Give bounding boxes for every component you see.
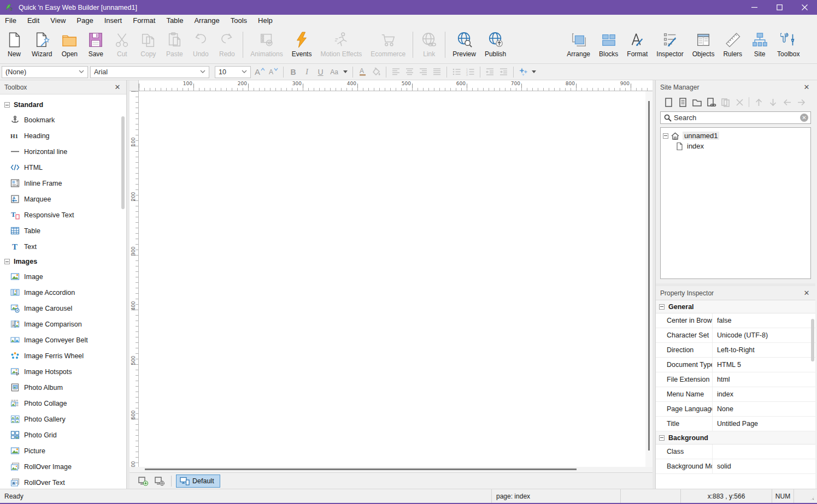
- new-html-page-button[interactable]: [675, 96, 690, 109]
- toolbox-item-html[interactable]: HTML: [0, 159, 126, 175]
- effects-dropdown-icon[interactable]: [532, 70, 536, 73]
- property-row[interactable]: File Extension html: [656, 372, 815, 387]
- toolbox-scrollbar[interactable]: [121, 116, 125, 209]
- toolbox-item-table[interactable]: Table: [0, 223, 126, 239]
- property-row[interactable]: Menu Name index: [656, 387, 815, 402]
- format-button[interactable]: Format: [622, 28, 652, 63]
- toolbox-section-standard[interactable]: Standard: [0, 98, 126, 112]
- events-button[interactable]: Events: [287, 28, 316, 63]
- property-row[interactable]: Direction Left-to-Right: [656, 343, 815, 358]
- toolbox-item-image-accordion[interactable]: Image Accordion: [0, 284, 126, 300]
- chevron-down-icon[interactable]: [343, 70, 348, 73]
- toolbox-item-marquee[interactable]: A Marquee: [0, 191, 126, 207]
- breakpoint-tab-default[interactable]: Default: [176, 475, 220, 488]
- menu-tools[interactable]: Tools: [225, 15, 252, 27]
- site-manager-close-icon[interactable]: ✕: [802, 83, 811, 91]
- maximize-button[interactable]: [767, 0, 792, 15]
- menu-edit[interactable]: Edit: [22, 15, 45, 27]
- toolbox-item-heading[interactable]: H1 Heading: [0, 128, 126, 144]
- new-folder-button[interactable]: [690, 96, 704, 109]
- toolbox-item-image[interactable]: Image: [0, 269, 126, 284]
- collapse-icon[interactable]: [4, 259, 10, 264]
- save-button[interactable]: Save: [83, 28, 109, 63]
- section-background[interactable]: Background: [656, 431, 815, 444]
- site-tree-root[interactable]: unnamed1: [663, 131, 808, 141]
- property-row[interactable]: Background Mode solid: [656, 459, 815, 474]
- rulers-button[interactable]: Rulers: [719, 28, 747, 63]
- property-row[interactable]: Class: [656, 444, 815, 459]
- menu-page[interactable]: Page: [71, 15, 98, 27]
- property-row[interactable]: Title Untitled Page: [656, 417, 815, 431]
- open-button[interactable]: Open: [56, 28, 83, 63]
- search-input[interactable]: [672, 114, 800, 122]
- clear-search-icon[interactable]: ✕: [800, 114, 808, 122]
- menu-table[interactable]: Table: [161, 15, 189, 27]
- toolbox-item-rollover-image[interactable]: RollOver Image: [0, 459, 126, 475]
- resize-grip[interactable]: [794, 489, 817, 503]
- toolbox-item-image-carousel[interactable]: Image Carousel: [0, 300, 126, 316]
- new-linked-page-button[interactable]: [704, 96, 718, 109]
- new-page-button[interactable]: [661, 96, 675, 109]
- toolbox-item-photo-album[interactable]: Photo Album: [0, 380, 126, 395]
- collapse-icon[interactable]: [659, 304, 665, 310]
- toolbox-item-photo-grid[interactable]: Photo Grid: [0, 427, 126, 443]
- toolbox-item-rollover-text[interactable]: A RollOver Text: [0, 475, 126, 489]
- arrange-button[interactable]: Arrange: [562, 28, 595, 63]
- font-family-select[interactable]: Arial: [90, 66, 209, 78]
- horizontal-scrollbar-thumb[interactable]: [145, 469, 577, 470]
- font-size-select[interactable]: 10: [215, 66, 251, 78]
- vertical-scrollbar-thumb[interactable]: [648, 101, 650, 450]
- menu-insert[interactable]: Insert: [99, 15, 128, 27]
- property-row[interactable]: Page Language None: [656, 402, 815, 417]
- property-inspector-close-icon[interactable]: ✕: [802, 289, 811, 297]
- design-page[interactable]: [139, 91, 645, 467]
- minimize-button[interactable]: [742, 0, 767, 15]
- site-root-label[interactable]: unnamed1: [683, 132, 719, 140]
- horizontal-scrollbar[interactable]: [130, 467, 653, 472]
- effects-button[interactable]: [516, 66, 530, 79]
- toolbox-item-picture[interactable]: Picture: [0, 443, 126, 459]
- publish-button[interactable]: Publish: [480, 28, 510, 63]
- style-select[interactable]: (None): [2, 66, 88, 78]
- toolbox-item-inline-frame[interactable]: Inline Frame: [0, 175, 126, 191]
- toolbox-item-bookmark[interactable]: Bookmark: [0, 112, 126, 128]
- close-button[interactable]: [792, 0, 817, 15]
- add-breakpoint-button[interactable]: [136, 475, 150, 487]
- collapse-icon[interactable]: [659, 435, 665, 441]
- wizard-button[interactable]: Wizard: [27, 28, 56, 63]
- property-row[interactable]: Center in Browser W false: [656, 313, 815, 328]
- toolbox-item-image-conveyer-belt[interactable]: Image Conveyer Belt: [0, 332, 126, 348]
- objects-button[interactable]: Objects: [688, 28, 719, 63]
- property-row[interactable]: Document Type HTML 5: [656, 358, 815, 372]
- site-tree-page-index[interactable]: index: [663, 141, 808, 151]
- collapse-icon[interactable]: [4, 102, 10, 108]
- menu-format[interactable]: Format: [127, 15, 161, 27]
- collapse-icon[interactable]: [663, 133, 668, 139]
- increase-font-button[interactable]: A: [253, 66, 267, 79]
- inspector-button[interactable]: Inspector: [652, 28, 687, 63]
- blocks-button[interactable]: Blocks: [595, 28, 622, 63]
- manage-breakpoints-button[interactable]: [152, 475, 167, 487]
- menu-arrange[interactable]: Arrange: [189, 15, 225, 27]
- toolbox-item-responsive-text[interactable]: T Responsive Text: [0, 207, 126, 223]
- site-button[interactable]: Site: [747, 28, 773, 63]
- toolbox-item-image-hotspots[interactable]: Image Hotspots: [0, 364, 126, 380]
- toolbox-close-icon[interactable]: ✕: [113, 83, 122, 91]
- preview-button[interactable]: Preview: [448, 28, 480, 63]
- property-row[interactable]: Character Set Unicode (UTF-8): [656, 328, 815, 343]
- toolbox-item-image-ferris-wheel[interactable]: Image Ferris Wheel: [0, 348, 126, 364]
- decrease-font-button[interactable]: A: [267, 66, 280, 79]
- vertical-scrollbar[interactable]: [645, 91, 653, 467]
- site-page-label[interactable]: index: [687, 142, 704, 150]
- section-general[interactable]: General: [656, 300, 815, 313]
- property-inspector-scrollbar[interactable]: [811, 319, 814, 361]
- menu-help[interactable]: Help: [252, 15, 278, 27]
- toolbox-button[interactable]: Toolbox: [773, 28, 804, 63]
- toolbox-item-photo-collage[interactable]: Photo Collage: [0, 395, 126, 411]
- menu-file[interactable]: File: [0, 15, 22, 27]
- toolbox-item-image-comparison[interactable]: Image Comparison: [0, 316, 126, 332]
- toolbox-section-images[interactable]: Images: [0, 254, 126, 269]
- toolbox-item-photo-gallery[interactable]: Photo Gallery: [0, 411, 126, 427]
- new-button[interactable]: New: [1, 28, 27, 63]
- menu-view[interactable]: View: [45, 15, 71, 27]
